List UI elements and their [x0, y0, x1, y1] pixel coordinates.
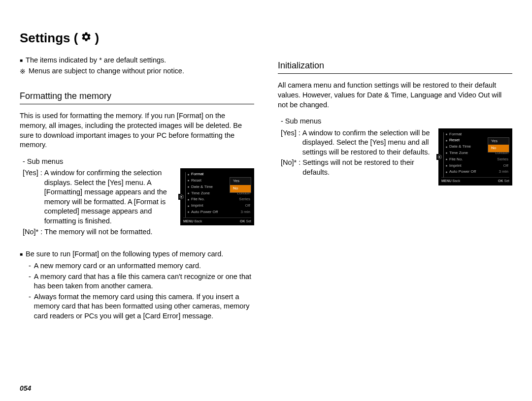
format-notes: ■ Be sure to run [Format] on the followi…: [20, 249, 254, 321]
page-title-suffix: ): [95, 30, 99, 47]
svg-point-1: [439, 156, 440, 157]
content-columns: ■ The items indicated by * are default s…: [20, 56, 512, 322]
camera-menu-screenshot-format: Format Reset Date & Time Time ZoneLondon…: [180, 168, 254, 225]
option-no: [No]* : Settings will not be restored to…: [278, 158, 432, 177]
section-title-initialization: Initialization: [278, 60, 512, 74]
svg-point-0: [181, 196, 182, 198]
page-title-prefix: Settings (: [20, 30, 78, 47]
page-title: Settings ( ): [20, 30, 512, 47]
confirm-popup: Yes No: [488, 137, 509, 153]
manual-page: Settings ( ) ■ The items indicated by * …: [0, 0, 532, 401]
right-column: Initialization All camera menu and funct…: [278, 56, 512, 322]
formatting-intro: This is used for formatting the memory. …: [20, 111, 254, 150]
option-no-desc: Settings will not be restored to their d…: [302, 158, 432, 177]
option-yes: [Yes] : A window for confirming the sele…: [20, 168, 173, 226]
square-bullet-icon: ■: [20, 249, 23, 259]
format-note-item: Always format the memory card using this…: [34, 292, 254, 321]
sub-menus-block: [Yes] : A window to confirm the selectio…: [278, 128, 512, 185]
confirm-popup: Yes No: [230, 177, 251, 193]
camera-menu-screenshot-reset: Format Reset Date & Time Time ZoneLondon…: [438, 128, 512, 185]
option-no: [No]* : The memory will not be formatted…: [20, 227, 173, 237]
option-no-key: [No]*: [23, 227, 38, 237]
top-notes: ■ The items indicated by * are default s…: [20, 56, 254, 76]
option-yes: [Yes] : A window to confirm the selectio…: [278, 128, 432, 157]
sub-menus-label: - Sub menus: [281, 117, 512, 126]
initialization-intro: All camera menu and function settings wi…: [278, 81, 512, 110]
page-number: 054: [20, 384, 31, 393]
format-notes-lead: Be sure to run [Format] on the following…: [26, 249, 223, 259]
sub-menus-label: - Sub menus: [23, 157, 254, 167]
note-default-items: The items indicated by * are default set…: [26, 56, 166, 65]
option-no-desc: The memory will not be formatted.: [44, 227, 173, 237]
section-title-formatting: Formatting the memory: [20, 90, 254, 104]
note-change-notice: Menus are subject to change without prio…: [29, 66, 184, 76]
option-yes-desc: A window for confirming the selection di…: [44, 168, 173, 226]
reference-mark-icon: ※: [20, 66, 26, 76]
square-bullet-icon: ■: [20, 56, 23, 65]
option-yes-desc: A window to confirm the selection will b…: [302, 128, 432, 157]
sub-menus-text: [Yes] : A window for confirming the sele…: [20, 168, 173, 238]
option-yes-key: [Yes]: [281, 128, 297, 157]
format-note-item: A new memory card or an unformatted memo…: [34, 261, 201, 271]
format-note-item: A memory card that has a file this camer…: [34, 272, 254, 291]
sub-menus-block: [Yes] : A window for confirming the sele…: [20, 168, 254, 238]
option-yes-key: [Yes]: [23, 168, 38, 226]
left-column: ■ The items indicated by * are default s…: [20, 56, 254, 322]
sub-menus-text: [Yes] : A window to confirm the selectio…: [278, 128, 432, 179]
gear-icon: [81, 30, 92, 47]
option-no-key: [No]*: [281, 158, 297, 177]
